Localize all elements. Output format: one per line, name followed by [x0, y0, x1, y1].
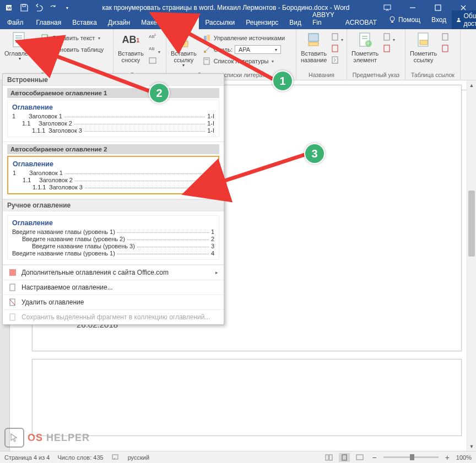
tab-mailings[interactable]: Рассылки: [199, 16, 240, 29]
view-print-icon[interactable]: [339, 453, 350, 462]
scroll-up-icon[interactable]: ▲: [467, 80, 476, 90]
insert-footnote-button[interactable]: AB1 Вставить сноску: [116, 30, 146, 64]
view-read-icon[interactable]: [323, 453, 334, 462]
svg-rect-20: [149, 58, 156, 63]
footnote-next-icon[interactable]: AB1: [148, 32, 160, 42]
tell-me[interactable]: Помощ: [382, 13, 426, 27]
insert-index-icon[interactable]: [383, 32, 395, 42]
bibliography-button[interactable]: Список литературы: [201, 56, 286, 67]
svg-text:AB: AB: [149, 46, 155, 51]
save-icon[interactable]: [18, 1, 31, 14]
svg-rect-24: [207, 35, 210, 41]
add-text-icon: +: [41, 34, 50, 42]
tab-references[interactable]: Ссылки: [165, 17, 199, 29]
watermark-logo: OSHELPER: [4, 428, 90, 448]
toc-row: 1.1.1Заголовок 31-I: [13, 184, 214, 190]
tab-acrobat[interactable]: ACROBAT: [340, 16, 382, 29]
view-web-icon[interactable]: [354, 453, 365, 462]
zoom-in-button[interactable]: +: [443, 453, 452, 462]
scroll-thumb[interactable]: [468, 190, 475, 257]
tab-insert[interactable]: Вставка: [67, 16, 102, 29]
toc-row: 1Заголовок 11-I: [12, 113, 214, 119]
svg-rect-43: [10, 284, 15, 291]
biblio-icon: [203, 57, 212, 66]
citation-style[interactable]: Стиль: APA▾: [201, 44, 286, 55]
toc-button[interactable]: Оглавлени▾: [2, 30, 37, 63]
scroll-down-icon[interactable]: ▼: [467, 442, 476, 451]
cross-ref-icon[interactable]: [331, 56, 343, 66]
svg-rect-30: [332, 34, 338, 40]
manage-sources-button[interactable]: Управление источниками: [201, 32, 286, 43]
sign-in[interactable]: Вход: [426, 13, 452, 26]
custom-toc[interactable]: Настраиваемое оглавление...: [3, 280, 224, 295]
svg-rect-26: [204, 58, 209, 64]
preset-title: Автособираемое оглавление 2: [7, 144, 219, 154]
svg-point-7: [390, 17, 394, 21]
toc-row: Введите название главы (уровень 1)4: [12, 250, 214, 257]
undo-icon[interactable]: [32, 1, 45, 14]
add-text-button[interactable]: + Добавить текст: [39, 32, 105, 43]
toc-row: 1.1Заголовок 21-I: [13, 177, 214, 183]
remove-toc[interactable]: Удалить оглавление: [3, 295, 224, 309]
toc-row: 1.1.1Заголовок 31-I: [12, 127, 214, 134]
svg-rect-4: [384, 5, 391, 9]
word-icon: W: [3, 1, 17, 14]
insert-auth-icon[interactable]: [441, 32, 450, 42]
toc-preset-manual[interactable]: Оглавление Введите название главы (урове…: [3, 211, 224, 265]
toc-preset-1[interactable]: Автособираемое оглавление 1 Оглавление 1…: [3, 86, 224, 142]
group-captions-label: Названия: [299, 71, 344, 79]
svg-rect-29: [309, 42, 318, 46]
svg-rect-6: [435, 5, 441, 10]
tab-design[interactable]: Дизайн: [102, 16, 136, 29]
insert-caption-button[interactable]: Вставить название: [299, 30, 329, 64]
mark-entry-button[interactable]: + Пометить элемент: [349, 30, 381, 64]
footnote-nav-icon[interactable]: AB: [148, 45, 160, 55]
vertical-scrollbar[interactable]: ▲ ▼: [467, 80, 476, 451]
zoom-slider[interactable]: [383, 456, 439, 458]
zoom-out-button[interactable]: −: [370, 453, 378, 462]
tab-abbyy[interactable]: ABBYY Fin: [307, 8, 340, 29]
svg-rect-22: [179, 41, 188, 47]
tab-view[interactable]: Вид: [284, 16, 307, 29]
tab-home[interactable]: Главная: [31, 16, 67, 29]
status-language[interactable]: русский: [128, 454, 149, 461]
show-notes-icon[interactable]: [148, 57, 160, 67]
update-table-button[interactable]: Обновить таблицу: [39, 44, 105, 55]
toc-row: Введите название главы (уровень 2)2: [12, 236, 214, 242]
save-sel-icon: [8, 313, 17, 322]
status-page[interactable]: Страница 4 из 4: [4, 454, 50, 461]
status-proofing-icon[interactable]: [111, 453, 120, 462]
citation-icon: [175, 31, 192, 49]
tab-review[interactable]: Рецензирс: [240, 16, 284, 29]
qat-dropdown-icon[interactable]: ▾: [61, 1, 74, 14]
toc-row: 1Заголовок 11-I: [13, 170, 214, 176]
update-figlist-icon[interactable]: [331, 44, 343, 54]
svg-rect-3: [23, 4, 25, 7]
more-from-office[interactable]: Дополнительные оглавления с сайта Office…: [3, 265, 224, 280]
doc-icon: [8, 283, 17, 292]
share-button[interactable]: Общий доступ: [452, 10, 476, 29]
insert-figlist-icon[interactable]: [331, 32, 343, 42]
insert-citation-button[interactable]: Вставить ссылку▾: [169, 30, 199, 69]
update-icon: [41, 45, 50, 54]
zoom-level[interactable]: 100%: [456, 454, 472, 461]
bulb-icon: [388, 15, 397, 24]
toc-preview: Оглавление 1Заголовок 11-I1.1Заголовок 2…: [7, 156, 219, 194]
toc-preview: Оглавление 1Заголовок 11-I1.1Заголовок 2…: [7, 100, 219, 137]
toc-preview: Оглавление Введите название главы (урове…: [7, 215, 219, 260]
update-auth-icon[interactable]: [441, 44, 450, 54]
svg-text:+: +: [367, 41, 370, 46]
status-words[interactable]: Число слов: 435: [57, 454, 103, 461]
svg-rect-9: [13, 32, 24, 47]
update-index-icon[interactable]: [383, 44, 395, 54]
preset-title: Автособираемое оглавление 1: [7, 88, 219, 98]
svg-point-8: [458, 18, 459, 20]
redo-icon[interactable]: [46, 1, 60, 14]
office-icon: [8, 268, 17, 277]
mark-citation-button[interactable]: Пометить ссылку: [408, 30, 439, 64]
svg-rect-41: [442, 45, 448, 52]
toc-preset-2[interactable]: Автособираемое оглавление 2 Оглавление 1…: [3, 142, 224, 199]
tab-layout[interactable]: Макет: [136, 16, 165, 29]
svg-rect-48: [326, 455, 328, 460]
tab-file[interactable]: Файл: [0, 16, 31, 29]
